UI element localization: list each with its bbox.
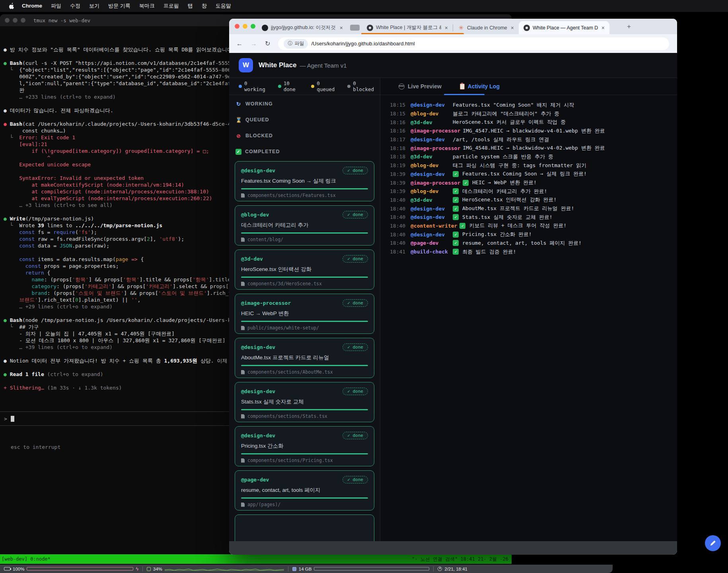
log-row: 18:16@image-processorIMG_4547.HEIC → bla…	[390, 127, 677, 135]
view-tab-activity-log[interactable]: Activity Log	[460, 83, 500, 90]
menu-item-8[interactable]: 탭	[183, 3, 197, 9]
edit-fab-button[interactable]	[705, 535, 721, 551]
reload-button[interactable]: ↻	[265, 40, 270, 47]
menu-item-7[interactable]: 프로필	[159, 3, 183, 9]
minimize-button[interactable]	[243, 24, 247, 29]
menu-item-5[interactable]: 방문 기록	[104, 3, 135, 9]
progress-bar	[241, 365, 368, 366]
tab-close-icon[interactable]: ×	[601, 25, 605, 31]
card-agent-name: @3d-dev	[241, 256, 263, 262]
log-message: IMG_4547.HEIC → blackwidow-v4-01.webp 변환…	[463, 127, 605, 134]
activity-log[interactable]: 18:15@design-devFeatures.tsx "Coming Soo…	[380, 95, 677, 256]
menu-item-6[interactable]: 북마크	[135, 3, 159, 9]
log-time: 18:40	[390, 214, 411, 220]
view-tab-live-preview[interactable]: Live Preview	[399, 83, 442, 90]
status-dot	[347, 85, 350, 88]
card-title: 데스크테리어 카테고리 추가	[241, 222, 368, 229]
progress-bar	[241, 321, 368, 322]
address-bar[interactable]: ⓘ 파일 /Users/koharin/jjygo.github.io/dash…	[278, 37, 669, 50]
log-agent: @blog-dev	[411, 188, 453, 194]
browser-toolbar: ← → ↻ ⓘ 파일 /Users/koharin/jjygo.github.i…	[229, 34, 677, 53]
task-card-7: @design-dev✓ donePricing.tsx 간소화componen…	[235, 426, 374, 466]
log-row: 18:16@3d-devHeroScene.tsx 커서 글로우 이펙트 작업 …	[390, 118, 677, 127]
done-badge: ✓ done	[343, 476, 368, 483]
card-agent-name: @design-dev	[241, 168, 275, 173]
card-agent-name: @design-dev	[241, 344, 275, 350]
tab-close-icon[interactable]: ×	[339, 25, 344, 31]
tab-group-chip[interactable]	[350, 25, 360, 31]
log-time: 18:39	[390, 188, 411, 194]
clock-icon	[438, 567, 442, 571]
window-zoom-button[interactable]	[21, 18, 25, 23]
log-time: 18:40	[390, 206, 411, 212]
log-time: 18:18	[390, 154, 411, 160]
cpu-widget: 34%	[147, 567, 284, 571]
check-icon: ✓	[453, 197, 459, 203]
fullscreen-button[interactable]	[251, 24, 255, 29]
section-header-working: ↻WORKING	[235, 96, 374, 112]
log-row: 18:40@3d-dev✓HeroScene.tsx 인터랙션 강화 완료!	[390, 196, 677, 205]
menu-item-9[interactable]: 창	[197, 3, 211, 9]
memory-icon	[292, 567, 296, 571]
log-time: 18:15	[390, 111, 411, 117]
battery-widget: 100% ϟ	[4, 566, 138, 572]
log-agent: @3d-dev	[411, 119, 453, 125]
log-time: 18:39	[390, 180, 411, 186]
window-close-button[interactable]	[5, 18, 10, 23]
status-summary-row: 0 working10 done0 queued0 blocked	[229, 78, 380, 95]
browser-tab-2[interactable]: White Place | 개발자 블로그 & 포×	[362, 21, 453, 34]
site-favicon	[524, 25, 530, 31]
memory-widget: 14 GB	[292, 567, 430, 571]
tab-strip: jjygo/jjygo.github.io: 이것저것 들×White Plac…	[229, 19, 677, 34]
file-icon	[241, 458, 245, 463]
new-tab-button[interactable]: +	[627, 23, 631, 31]
menu-item-1[interactable]: Chrome	[18, 3, 47, 9]
done-badge: ✓ done	[343, 388, 368, 395]
activity-column: Live PreviewActivity Log 18:15@design-de…	[380, 78, 677, 541]
memory-bar	[314, 567, 429, 571]
menu-item-4[interactable]: 보기	[85, 3, 104, 9]
window-minimize-button[interactable]	[13, 18, 18, 23]
file-icon	[241, 326, 245, 330]
text-cursor	[11, 416, 14, 422]
active-tab-underline	[444, 94, 485, 95]
status-dot	[239, 85, 242, 88]
menu-item-10[interactable]: 도움말	[211, 3, 236, 9]
log-time: 18:39	[390, 171, 411, 177]
status-dot	[311, 85, 314, 88]
status-count-working: 0 working	[239, 80, 271, 92]
log-message: HeroScene.tsx 인터랙션 강화 완료!	[462, 196, 557, 203]
site-favicon	[367, 25, 373, 31]
log-time: 18:15	[390, 102, 411, 108]
task-card-8: @page-dev✓ doneresume, contact, art, too…	[235, 470, 374, 511]
browser-tab-3[interactable]: ✳Claude in Chrome×	[453, 21, 519, 34]
forward-button[interactable]: →	[251, 40, 257, 47]
back-button[interactable]: ←	[236, 40, 243, 47]
cpu-sparkline	[165, 567, 284, 571]
log-time: 18:40	[390, 232, 411, 238]
tab-title: jjygo/jjygo.github.io: 이것저것 들	[271, 24, 336, 31]
check-icon: ✓	[453, 232, 459, 238]
progress-bar	[241, 409, 368, 410]
apple-icon[interactable]	[6, 3, 18, 9]
file-scheme-chip: ⓘ 파일	[284, 39, 308, 49]
done-badge: ✓ done	[343, 343, 368, 351]
browser-tab-4[interactable]: White Place — Agent Team D×	[519, 21, 609, 34]
log-message: AboutMe.tsx 프로젝트 카드로 리뉴얼 완료!	[462, 205, 574, 212]
close-button[interactable]	[235, 24, 239, 29]
file-icon	[241, 193, 245, 198]
tab-close-icon[interactable]: ×	[444, 25, 449, 31]
browser-tab-1[interactable]: jjygo/jjygo.github.io: 이것저것 들×	[257, 21, 348, 34]
traffic-lights	[235, 24, 255, 29]
claude-icon: ✳	[458, 25, 464, 31]
log-agent: @design-dev	[411, 171, 453, 177]
log-message: Features.tsx "Coming Soon" 배지 제거 시작	[453, 101, 574, 109]
tab-close-icon[interactable]: ×	[510, 25, 515, 31]
url-text: /Users/koharin/jjygo.github.io/dashboard…	[311, 41, 415, 47]
log-row: 18:40@page-dev✓resume, contact, art, too…	[390, 239, 677, 248]
clipboard-icon	[460, 84, 465, 90]
menu-item-2[interactable]: 파일	[47, 3, 66, 9]
section-header-blocked: ⊘BLOCKED	[235, 128, 374, 144]
log-message: particle system 스크롤 반응 추가 중	[453, 153, 553, 160]
menu-item-3[interactable]: 수정	[66, 3, 85, 9]
